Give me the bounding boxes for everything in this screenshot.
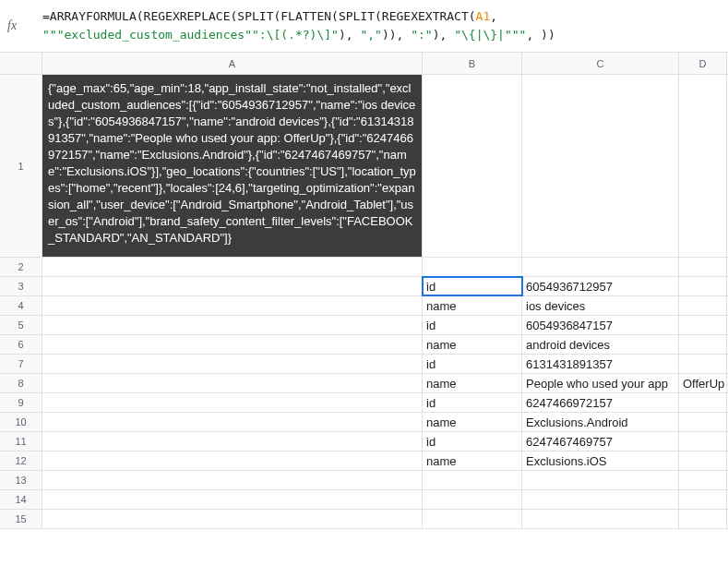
- cell-C4[interactable]: ios devices: [522, 296, 679, 315]
- cell-B15[interactable]: [423, 510, 522, 528]
- cell-B11[interactable]: id: [423, 432, 522, 451]
- cell-C9[interactable]: 6247466972157: [522, 393, 679, 412]
- cell-A12[interactable]: [42, 452, 423, 470]
- cell-C7[interactable]: 6131431891357: [522, 355, 679, 373]
- cell-A10[interactable]: [42, 413, 423, 431]
- row-2: 2: [0, 258, 728, 277]
- cell-B1[interactable]: [423, 75, 522, 257]
- cell-B3[interactable]: id: [423, 277, 522, 295]
- cell-D11[interactable]: [679, 432, 727, 451]
- cell-C11[interactable]: 6247467469757: [522, 432, 679, 451]
- cell-C3[interactable]: 6054936712957: [522, 277, 679, 295]
- cell-D5[interactable]: [679, 316, 727, 334]
- row-header[interactable]: 11: [0, 432, 42, 451]
- cell-C13[interactable]: [522, 471, 679, 489]
- row-9: 9 id 6247466972157: [0, 393, 728, 413]
- fx-label: fx: [7, 6, 37, 33]
- cell-A4[interactable]: [42, 296, 423, 315]
- cell-D3[interactable]: [679, 277, 727, 295]
- cell-B12[interactable]: name: [423, 452, 522, 470]
- cell-D8[interactable]: OfferUp: [679, 374, 727, 392]
- cell-D10[interactable]: [679, 413, 727, 431]
- cell-C12[interactable]: Exclusions.iOS: [522, 452, 679, 470]
- cell-B5[interactable]: id: [423, 316, 522, 334]
- row-5: 5 id 6054936847157: [0, 316, 728, 335]
- row-header[interactable]: 6: [0, 335, 42, 354]
- row-12: 12 name Exclusions.iOS: [0, 452, 728, 471]
- cell-A2[interactable]: [42, 258, 423, 276]
- cell-C14[interactable]: [522, 490, 679, 509]
- row-header[interactable]: 1: [0, 75, 42, 257]
- formula-bar: fx =ARRAYFORMULA(REGEXREPLACE(SPLIT(FLAT…: [0, 0, 728, 53]
- cell-A1[interactable]: {"age_max":65,"age_min":18,"app_install_…: [42, 75, 423, 257]
- row-header[interactable]: 8: [0, 374, 42, 392]
- col-header-D[interactable]: D: [679, 53, 727, 74]
- row-header[interactable]: 14: [0, 490, 42, 509]
- row-10: 10 name Exclusions.Android: [0, 413, 728, 432]
- select-all-corner[interactable]: [0, 53, 42, 74]
- row-header[interactable]: 2: [0, 258, 42, 276]
- cell-B8[interactable]: name: [423, 374, 522, 392]
- cell-D7[interactable]: [679, 355, 727, 373]
- row-6: 6 name android devices: [0, 335, 728, 355]
- formula-punct3: ),: [433, 28, 454, 42]
- cell-D15[interactable]: [679, 510, 727, 528]
- row-13: 13: [0, 471, 728, 490]
- cell-A9[interactable]: [42, 393, 423, 412]
- row-header[interactable]: 5: [0, 316, 42, 334]
- cell-D9[interactable]: [679, 393, 727, 412]
- cell-D13[interactable]: [679, 471, 727, 489]
- formula-str2: ",": [360, 28, 381, 42]
- row-header[interactable]: 15: [0, 510, 42, 528]
- cell-D6[interactable]: [679, 335, 727, 354]
- row-11: 11 id 6247467469757: [0, 432, 728, 452]
- row-header[interactable]: 10: [0, 413, 42, 431]
- cell-A15[interactable]: [42, 510, 423, 528]
- row-header[interactable]: 9: [0, 393, 42, 412]
- row-15: 15: [0, 510, 728, 529]
- cell-A3[interactable]: [42, 277, 423, 295]
- formula-punct4: , )): [526, 28, 555, 42]
- cell-C5[interactable]: 6054936847157: [522, 316, 679, 334]
- formula-punct2: )),: [382, 28, 411, 42]
- cell-A7[interactable]: [42, 355, 423, 373]
- formula-str1: """excluded_custom_audiences"":\[(.*?)\]…: [42, 28, 339, 42]
- col-header-B[interactable]: B: [423, 53, 522, 74]
- cell-B4[interactable]: name: [423, 296, 522, 315]
- cell-B13[interactable]: [423, 471, 522, 489]
- cell-B2[interactable]: [423, 258, 522, 276]
- cell-B7[interactable]: id: [423, 355, 522, 373]
- cell-C1[interactable]: [522, 75, 679, 257]
- cell-C8[interactable]: People who used your app: [522, 374, 679, 392]
- cell-D2[interactable]: [679, 258, 727, 276]
- cell-C6[interactable]: android devices: [522, 335, 679, 354]
- cell-B14[interactable]: [423, 490, 522, 509]
- cell-A6[interactable]: [42, 335, 423, 354]
- cell-A14[interactable]: [42, 490, 423, 509]
- cell-A13[interactable]: [42, 471, 423, 489]
- cell-D14[interactable]: [679, 490, 727, 509]
- cell-C10[interactable]: Exclusions.Android: [522, 413, 679, 431]
- cell-B6[interactable]: name: [423, 335, 522, 354]
- cell-A8[interactable]: [42, 374, 423, 392]
- cell-D4[interactable]: [679, 296, 727, 315]
- col-header-A[interactable]: A: [42, 53, 423, 74]
- row-14: 14: [0, 490, 728, 510]
- cell-D12[interactable]: [679, 452, 727, 470]
- row-header[interactable]: 7: [0, 355, 42, 373]
- row-1: 1 {"age_max":65,"age_min":18,"app_instal…: [0, 75, 728, 258]
- cell-C2[interactable]: [522, 258, 679, 276]
- cell-A5[interactable]: [42, 316, 423, 334]
- row-header[interactable]: 4: [0, 296, 42, 315]
- formula-input[interactable]: =ARRAYFORMULA(REGEXREPLACE(SPLIT(FLATTEN…: [37, 6, 728, 46]
- cell-A11[interactable]: [42, 432, 423, 451]
- col-header-C[interactable]: C: [522, 53, 679, 74]
- grid-body: 1 {"age_max":65,"age_min":18,"app_instal…: [0, 75, 728, 529]
- cell-B10[interactable]: name: [423, 413, 522, 431]
- row-header[interactable]: 3: [0, 277, 42, 295]
- cell-B9[interactable]: id: [423, 393, 522, 412]
- row-header[interactable]: 13: [0, 471, 42, 489]
- cell-D1[interactable]: [679, 75, 727, 257]
- row-header[interactable]: 12: [0, 452, 42, 470]
- cell-C15[interactable]: [522, 510, 679, 528]
